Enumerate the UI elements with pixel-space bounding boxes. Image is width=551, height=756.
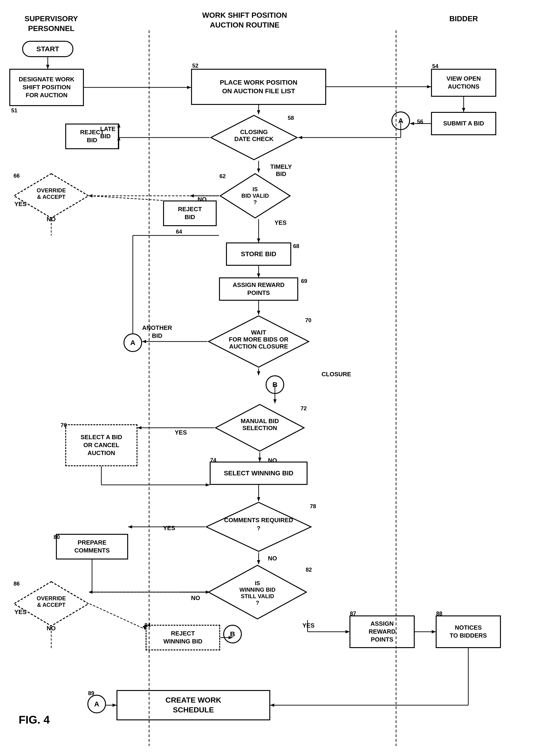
svg-text:OVERRIDE: OVERRIDE — [37, 595, 66, 601]
svg-marker-72 — [137, 426, 141, 430]
submit-bid-box: SUBMIT A BID — [431, 112, 496, 135]
connector-A-mid: A — [123, 333, 142, 352]
assign-reward-box: ASSIGN REWARDPOINTS — [219, 277, 298, 301]
svg-marker-86 — [257, 560, 260, 564]
svg-marker-66 — [142, 340, 146, 343]
yes-82: YES — [303, 622, 315, 629]
svg-marker-44 — [257, 110, 260, 114]
svg-marker-97 — [346, 630, 350, 634]
svg-marker-77 — [206, 483, 210, 487]
no-62: NO — [197, 196, 207, 203]
label-72: 72 — [301, 405, 307, 412]
header-supervisory: SUPERVISORYPERSONNEL — [19, 14, 84, 33]
svg-marker-39 — [410, 122, 414, 125]
no-66: NO — [47, 216, 56, 223]
label-86: 86 — [14, 580, 20, 587]
yes-66: YES — [14, 201, 27, 208]
view-open-box: VIEW OPENAUCTIONS — [431, 69, 496, 97]
svg-text:CLOSING: CLOSING — [240, 129, 268, 136]
svg-marker-62 — [257, 273, 260, 277]
label-88: 88 — [436, 610, 442, 617]
label-54: 54 — [432, 63, 439, 69]
svg-marker-68 — [257, 371, 260, 375]
svg-text:SELECTION: SELECTION — [242, 425, 277, 432]
svg-text:DATE CHECK: DATE CHECK — [234, 136, 274, 143]
comments-req-diamond: COMMENTS REQUIRED ? — [205, 501, 312, 552]
svg-marker-54 — [190, 194, 194, 198]
header-routine: WORK SHIFT POSITIONAUCTION ROUTINE — [175, 10, 315, 30]
is-bid-valid-diamond: IS BID VALID ? — [219, 173, 291, 219]
svg-text:MANUAL BID: MANUAL BID — [241, 418, 279, 425]
no-78: NO — [268, 555, 277, 562]
svg-marker-99 — [432, 630, 436, 634]
fig-label: FIG. 4 — [19, 713, 50, 726]
svg-text:BID VALID: BID VALID — [241, 193, 269, 199]
another-bid-label: ANOTHERBID — [142, 324, 172, 340]
svg-marker-60 — [257, 238, 260, 242]
diagram-container: SUPERVISORYPERSONNEL WORK SHIFT POSITION… — [0, 0, 551, 756]
svg-marker-42 — [298, 136, 302, 139]
svg-marker-52 — [257, 169, 260, 173]
svg-text:COMMENTS REQUIRED: COMMENTS REQUIRED — [224, 517, 293, 524]
select-winning-box: SELECT WINNING BID — [210, 462, 308, 485]
svg-marker-70 — [273, 399, 277, 403]
yes-78: YES — [163, 524, 175, 532]
svg-text:OVERRIDE: OVERRIDE — [37, 187, 66, 194]
svg-marker-35 — [427, 85, 431, 88]
svg-text:& ACCEPT: & ACCEPT — [37, 602, 65, 608]
svg-line-58 — [90, 196, 163, 201]
designate-box: DESIGNATE WORKSHIFT POSITIONFOR AUCTION — [9, 69, 84, 106]
svg-marker-104 — [112, 704, 116, 707]
svg-marker-74 — [258, 458, 261, 462]
svg-text:& ACCEPT: & ACCEPT — [37, 194, 65, 200]
label-66: 66 — [14, 173, 20, 179]
label-74: 74 — [210, 457, 216, 463]
label-80: 80 — [54, 534, 60, 540]
notices-box: NOTICESTO BIDDERS — [436, 615, 501, 648]
label-58: 58 — [288, 115, 294, 121]
svg-marker-79 — [257, 497, 260, 501]
svg-marker-37 — [462, 108, 465, 112]
connector-A-top: A — [392, 111, 410, 130]
svg-text:FOR MORE BIDS OR: FOR MORE BIDS OR — [229, 336, 289, 343]
yes-86: YES — [14, 608, 27, 616]
winning-valid-diamond: IS WINNING BID STILL VALID ? — [207, 564, 308, 620]
wait-diamond: WAIT FOR MORE BIDS OR AUCTION CLOSURE — [207, 315, 310, 368]
closure-label: CLOSURE — [322, 370, 351, 378]
prepare-comments-box: PREPARECOMMENTS — [56, 534, 128, 559]
closing-date-diamond: CLOSING DATE CHECK — [210, 114, 298, 161]
svg-marker-33 — [187, 86, 191, 89]
reject-winning-box: REJECTWINNING BID — [146, 625, 220, 651]
label-84: 84 — [144, 622, 151, 628]
late-bid-label: LATEBID — [100, 125, 115, 140]
label-76: 76 — [61, 422, 67, 429]
label-51: 51 — [11, 107, 17, 114]
no-82: NO — [191, 594, 200, 602]
yes-62: YES — [274, 219, 287, 226]
timely-bid-label: TIMELYBID — [270, 163, 292, 178]
svg-marker-31 — [46, 65, 49, 69]
assign-reward2-box: ASSIGNREWARDPOINTS — [350, 615, 415, 648]
override-accept-diamond1: OVERRIDE & ACCEPT — [13, 173, 90, 219]
place-box: PLACE WORK POSITIONON AUCTION FILE LIST — [191, 69, 326, 105]
svg-text:WINNING BID: WINNING BID — [239, 586, 276, 593]
label-70: 70 — [305, 317, 312, 323]
start-box: START — [22, 41, 73, 57]
create-schedule-box: CREATE WORKSCHEDULE — [116, 690, 270, 720]
svg-text:?: ? — [256, 599, 259, 606]
svg-marker-81 — [128, 525, 132, 528]
select-bid-box: SELECT A BIDOR CANCELAUCTION — [65, 424, 137, 466]
store-bid-box: STORE BID — [226, 242, 291, 266]
manual-bid-diamond: MANUAL BID SELECTION — [214, 403, 305, 452]
header-bidder: BIDDER — [431, 14, 496, 24]
label-82: 82 — [306, 566, 312, 573]
label-78: 78 — [310, 503, 316, 510]
connector-A-bot: A — [87, 695, 106, 713]
svg-text:WAIT: WAIT — [251, 329, 266, 336]
svg-text:AUCTION CLOSURE: AUCTION CLOSURE — [229, 343, 288, 350]
svg-text:?: ? — [253, 199, 257, 205]
svg-line-91 — [90, 604, 146, 629]
label-89: 89 — [88, 690, 94, 697]
label-62: 62 — [219, 173, 226, 180]
label-56: 56 — [417, 118, 423, 125]
